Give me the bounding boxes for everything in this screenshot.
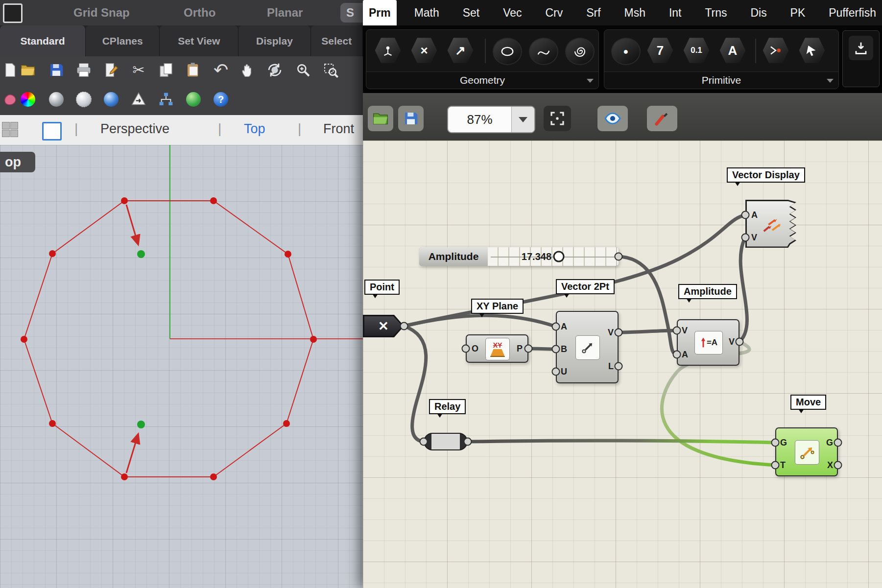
grid-snap-toggle[interactable]: Grid Snap [73,6,130,20]
viewport-tab-front[interactable]: Front [323,121,354,137]
slider-knob[interactable] [553,251,565,262]
data-param-icon[interactable] [762,37,789,64]
input-port-u[interactable] [552,368,560,376]
text-param-icon[interactable]: A [719,37,746,64]
help-button[interactable]: ? [211,89,231,110]
tab-select[interactable]: Select [311,25,363,56]
moved-point-bottom[interactable] [137,421,145,428]
tab-int[interactable]: Int [663,0,688,25]
hierarchy-button[interactable] [156,89,176,110]
preview-toggle-button[interactable] [597,106,628,131]
point-param-icon[interactable]: × [410,37,438,64]
input-port-v[interactable] [673,327,681,335]
viewport-tab-perspective[interactable]: Perspective [100,121,169,137]
tab-set-view[interactable]: Set View [160,25,238,56]
point-output-port[interactable] [400,322,408,330]
zoom-button[interactable] [293,59,313,81]
rotate-view-button[interactable] [264,59,285,81]
slider-output-port[interactable] [615,253,623,261]
tab-set[interactable]: Set [457,0,486,25]
input-port-b[interactable] [552,345,560,353]
pan-button[interactable] [238,59,259,81]
draw-icons-button[interactable] [647,106,677,131]
integer-param-icon[interactable]: 7 [646,37,674,64]
spiral-param-icon[interactable] [565,38,595,65]
viewport-tab-top[interactable]: Top [244,121,265,137]
output-port-l[interactable] [615,362,623,371]
wire-point-to-vectordisplay-a[interactable] [404,215,745,326]
gh-canvas[interactable]: Vector Display Point XY Plane Vector 2Pt… [363,141,882,588]
vector-param-icon[interactable]: ↗ [447,37,474,64]
vector-display-component[interactable]: A V [745,200,796,248]
geometry-param-icon[interactable] [374,37,402,64]
top-viewport[interactable]: op [0,145,363,588]
wire-point-to-relay[interactable] [404,326,426,442]
circle-param-icon[interactable] [493,38,522,65]
color-picker-button[interactable] [18,89,38,110]
output-port-v[interactable] [736,338,744,346]
output-port-v[interactable] [615,329,623,337]
planar-toggle[interactable]: Planar [267,6,303,20]
wire-relay-to-move-g[interactable] [468,441,775,443]
wire-slider-to-amplitude-a[interactable] [619,257,677,354]
shaded-display-button[interactable] [46,89,67,110]
primitive-group-label[interactable]: Primitive [604,71,838,89]
tab-math[interactable]: Math [408,0,445,25]
ghosted-display-button[interactable] [73,89,94,110]
copy-button[interactable] [156,59,176,81]
open-definition-button[interactable] [368,106,393,131]
download-button[interactable] [849,36,873,60]
cut-button[interactable]: ✂ [128,59,149,81]
tab-cplanes[interactable]: CPlanes [86,25,160,56]
input-port-a[interactable] [552,323,560,331]
curve-param-icon[interactable] [529,38,558,65]
zoom-control[interactable]: 87% [447,106,535,133]
output-port-x[interactable] [834,461,842,470]
relay-input-port[interactable] [420,438,428,446]
zoom-window-button[interactable] [320,59,341,81]
tab-dis[interactable]: Dis [744,0,772,25]
xy-input-port[interactable] [462,345,470,353]
tab-pufferfish[interactable]: Pufferfish [823,0,882,25]
input-port-g[interactable] [771,439,780,447]
ortho-toggle[interactable]: Ortho [184,6,215,20]
input-port-v[interactable] [741,234,750,242]
open-file-button[interactable] [18,59,38,81]
print-button[interactable] [73,59,94,81]
zoom-extents-button[interactable] [544,106,571,131]
tab-pk[interactable]: PK [785,0,811,25]
tab-prm[interactable]: Prm [363,0,397,25]
rendered-display-button[interactable] [101,89,121,110]
input-port-a[interactable] [741,211,750,219]
input-port-a[interactable] [673,351,681,359]
amplitude-component[interactable]: V A V =A [677,319,739,366]
relay-component[interactable] [424,433,468,450]
geometry-group-label[interactable]: Geometry [366,71,598,89]
tab-standard[interactable]: Standard [0,25,86,56]
tab-srf[interactable]: Srf [580,0,606,25]
tab-vec[interactable]: Vec [497,0,527,25]
xy-plane-component[interactable]: O P XY [466,334,528,363]
xy-output-port[interactable] [524,345,533,353]
viewport-layout-icon[interactable] [2,122,19,138]
paste-button[interactable] [183,59,204,81]
tab-display[interactable]: Display [238,25,310,56]
input-port-t[interactable] [771,461,780,470]
moved-point-top[interactable] [137,250,145,258]
earth-button[interactable] [183,89,204,110]
relay-output-port[interactable] [464,438,472,446]
maximized-viewport-icon[interactable] [42,122,62,141]
cone-tool-button[interactable] [128,89,149,110]
save-button[interactable] [46,59,67,81]
wire-amplitude-to-vectordisplay-v[interactable] [739,237,747,342]
grid-toggle-icon[interactable] [3,3,23,23]
zoom-dropdown[interactable] [511,107,534,132]
pointer-param-icon[interactable] [798,37,826,64]
output-port-g[interactable] [834,439,842,447]
annotate-button[interactable] [101,59,121,81]
boolean-param-icon[interactable]: ● [611,38,641,65]
amplitude-slider[interactable]: Amplitude 17.348 [419,247,619,266]
move-component[interactable]: G T G X [775,427,838,476]
tab-trns[interactable]: Trns [699,0,733,25]
undo-button[interactable]: ↶ [211,59,231,81]
